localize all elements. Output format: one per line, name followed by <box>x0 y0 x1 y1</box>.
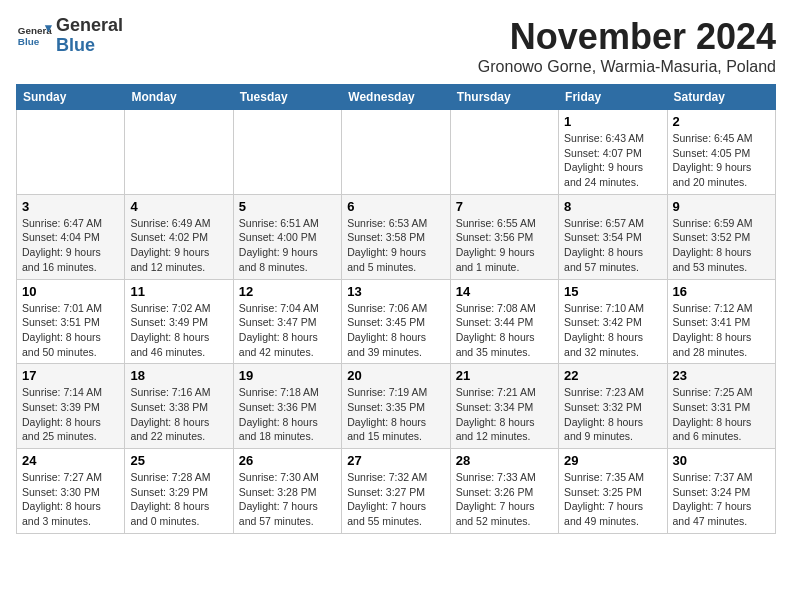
day-cell: 14Sunrise: 7:08 AM Sunset: 3:44 PM Dayli… <box>450 279 558 364</box>
day-number: 10 <box>22 284 119 299</box>
day-cell: 13Sunrise: 7:06 AM Sunset: 3:45 PM Dayli… <box>342 279 450 364</box>
week-row-3: 10Sunrise: 7:01 AM Sunset: 3:51 PM Dayli… <box>17 279 776 364</box>
day-info: Sunrise: 7:10 AM Sunset: 3:42 PM Dayligh… <box>564 301 661 360</box>
day-info: Sunrise: 6:59 AM Sunset: 3:52 PM Dayligh… <box>673 216 770 275</box>
day-number: 8 <box>564 199 661 214</box>
day-number: 27 <box>347 453 444 468</box>
day-number: 6 <box>347 199 444 214</box>
day-cell <box>17 110 125 195</box>
day-cell: 3Sunrise: 6:47 AM Sunset: 4:04 PM Daylig… <box>17 194 125 279</box>
day-info: Sunrise: 6:57 AM Sunset: 3:54 PM Dayligh… <box>564 216 661 275</box>
day-number: 28 <box>456 453 553 468</box>
day-cell: 19Sunrise: 7:18 AM Sunset: 3:36 PM Dayli… <box>233 364 341 449</box>
day-info: Sunrise: 7:14 AM Sunset: 3:39 PM Dayligh… <box>22 385 119 444</box>
logo-general: General <box>56 15 123 35</box>
day-cell: 23Sunrise: 7:25 AM Sunset: 3:31 PM Dayli… <box>667 364 775 449</box>
day-cell: 20Sunrise: 7:19 AM Sunset: 3:35 PM Dayli… <box>342 364 450 449</box>
day-info: Sunrise: 7:28 AM Sunset: 3:29 PM Dayligh… <box>130 470 227 529</box>
day-info: Sunrise: 7:37 AM Sunset: 3:24 PM Dayligh… <box>673 470 770 529</box>
day-cell <box>450 110 558 195</box>
header-wednesday: Wednesday <box>342 85 450 110</box>
day-number: 2 <box>673 114 770 129</box>
day-number: 24 <box>22 453 119 468</box>
title-block: November 2024 Gronowo Gorne, Warmia-Masu… <box>478 16 776 76</box>
day-number: 25 <box>130 453 227 468</box>
day-info: Sunrise: 7:23 AM Sunset: 3:32 PM Dayligh… <box>564 385 661 444</box>
day-cell: 22Sunrise: 7:23 AM Sunset: 3:32 PM Dayli… <box>559 364 667 449</box>
svg-text:Blue: Blue <box>18 36 40 47</box>
day-info: Sunrise: 7:21 AM Sunset: 3:34 PM Dayligh… <box>456 385 553 444</box>
week-row-2: 3Sunrise: 6:47 AM Sunset: 4:04 PM Daylig… <box>17 194 776 279</box>
day-number: 7 <box>456 199 553 214</box>
day-cell: 5Sunrise: 6:51 AM Sunset: 4:00 PM Daylig… <box>233 194 341 279</box>
header-sunday: Sunday <box>17 85 125 110</box>
day-info: Sunrise: 7:01 AM Sunset: 3:51 PM Dayligh… <box>22 301 119 360</box>
week-row-1: 1Sunrise: 6:43 AM Sunset: 4:07 PM Daylig… <box>17 110 776 195</box>
day-info: Sunrise: 7:04 AM Sunset: 3:47 PM Dayligh… <box>239 301 336 360</box>
header-thursday: Thursday <box>450 85 558 110</box>
day-info: Sunrise: 7:18 AM Sunset: 3:36 PM Dayligh… <box>239 385 336 444</box>
day-cell: 8Sunrise: 6:57 AM Sunset: 3:54 PM Daylig… <box>559 194 667 279</box>
day-cell <box>342 110 450 195</box>
day-info: Sunrise: 6:51 AM Sunset: 4:00 PM Dayligh… <box>239 216 336 275</box>
day-number: 19 <box>239 368 336 383</box>
day-info: Sunrise: 6:49 AM Sunset: 4:02 PM Dayligh… <box>130 216 227 275</box>
day-number: 26 <box>239 453 336 468</box>
week-row-4: 17Sunrise: 7:14 AM Sunset: 3:39 PM Dayli… <box>17 364 776 449</box>
day-cell: 25Sunrise: 7:28 AM Sunset: 3:29 PM Dayli… <box>125 449 233 534</box>
day-cell <box>125 110 233 195</box>
header-friday: Friday <box>559 85 667 110</box>
day-cell: 24Sunrise: 7:27 AM Sunset: 3:30 PM Dayli… <box>17 449 125 534</box>
day-cell: 11Sunrise: 7:02 AM Sunset: 3:49 PM Dayli… <box>125 279 233 364</box>
day-info: Sunrise: 7:06 AM Sunset: 3:45 PM Dayligh… <box>347 301 444 360</box>
day-cell: 10Sunrise: 7:01 AM Sunset: 3:51 PM Dayli… <box>17 279 125 364</box>
day-number: 13 <box>347 284 444 299</box>
day-info: Sunrise: 7:32 AM Sunset: 3:27 PM Dayligh… <box>347 470 444 529</box>
day-cell: 15Sunrise: 7:10 AM Sunset: 3:42 PM Dayli… <box>559 279 667 364</box>
day-cell: 28Sunrise: 7:33 AM Sunset: 3:26 PM Dayli… <box>450 449 558 534</box>
day-number: 29 <box>564 453 661 468</box>
day-number: 1 <box>564 114 661 129</box>
day-number: 14 <box>456 284 553 299</box>
calendar-header-row: SundayMondayTuesdayWednesdayThursdayFrid… <box>17 85 776 110</box>
header-tuesday: Tuesday <box>233 85 341 110</box>
location: Gronowo Gorne, Warmia-Masuria, Poland <box>478 58 776 76</box>
day-cell: 18Sunrise: 7:16 AM Sunset: 3:38 PM Dayli… <box>125 364 233 449</box>
day-cell: 26Sunrise: 7:30 AM Sunset: 3:28 PM Dayli… <box>233 449 341 534</box>
day-number: 16 <box>673 284 770 299</box>
day-number: 21 <box>456 368 553 383</box>
day-info: Sunrise: 7:35 AM Sunset: 3:25 PM Dayligh… <box>564 470 661 529</box>
day-info: Sunrise: 6:47 AM Sunset: 4:04 PM Dayligh… <box>22 216 119 275</box>
day-number: 12 <box>239 284 336 299</box>
day-info: Sunrise: 6:53 AM Sunset: 3:58 PM Dayligh… <box>347 216 444 275</box>
day-number: 15 <box>564 284 661 299</box>
week-row-5: 24Sunrise: 7:27 AM Sunset: 3:30 PM Dayli… <box>17 449 776 534</box>
calendar-table: SundayMondayTuesdayWednesdayThursdayFrid… <box>16 84 776 534</box>
day-cell: 17Sunrise: 7:14 AM Sunset: 3:39 PM Dayli… <box>17 364 125 449</box>
day-info: Sunrise: 7:16 AM Sunset: 3:38 PM Dayligh… <box>130 385 227 444</box>
logo-blue: Blue <box>56 35 95 55</box>
day-cell: 21Sunrise: 7:21 AM Sunset: 3:34 PM Dayli… <box>450 364 558 449</box>
day-cell: 16Sunrise: 7:12 AM Sunset: 3:41 PM Dayli… <box>667 279 775 364</box>
day-cell: 2Sunrise: 6:45 AM Sunset: 4:05 PM Daylig… <box>667 110 775 195</box>
day-info: Sunrise: 7:19 AM Sunset: 3:35 PM Dayligh… <box>347 385 444 444</box>
day-cell: 1Sunrise: 6:43 AM Sunset: 4:07 PM Daylig… <box>559 110 667 195</box>
day-number: 11 <box>130 284 227 299</box>
day-cell: 30Sunrise: 7:37 AM Sunset: 3:24 PM Dayli… <box>667 449 775 534</box>
day-cell: 29Sunrise: 7:35 AM Sunset: 3:25 PM Dayli… <box>559 449 667 534</box>
day-cell <box>233 110 341 195</box>
month-title: November 2024 <box>478 16 776 58</box>
day-number: 22 <box>564 368 661 383</box>
day-info: Sunrise: 7:02 AM Sunset: 3:49 PM Dayligh… <box>130 301 227 360</box>
day-info: Sunrise: 7:30 AM Sunset: 3:28 PM Dayligh… <box>239 470 336 529</box>
day-cell: 4Sunrise: 6:49 AM Sunset: 4:02 PM Daylig… <box>125 194 233 279</box>
day-cell: 27Sunrise: 7:32 AM Sunset: 3:27 PM Dayli… <box>342 449 450 534</box>
day-cell: 9Sunrise: 6:59 AM Sunset: 3:52 PM Daylig… <box>667 194 775 279</box>
day-number: 30 <box>673 453 770 468</box>
header-saturday: Saturday <box>667 85 775 110</box>
header-monday: Monday <box>125 85 233 110</box>
day-number: 5 <box>239 199 336 214</box>
day-number: 17 <box>22 368 119 383</box>
day-info: Sunrise: 7:27 AM Sunset: 3:30 PM Dayligh… <box>22 470 119 529</box>
day-info: Sunrise: 6:45 AM Sunset: 4:05 PM Dayligh… <box>673 131 770 190</box>
